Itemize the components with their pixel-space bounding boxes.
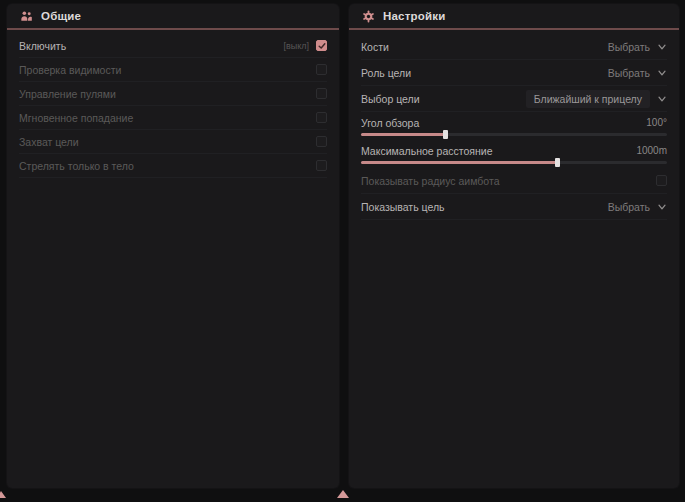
gear-icon — [362, 10, 375, 23]
panel-settings: Настройки КостиВыбратьРоль целиВыбратьВы… — [349, 4, 679, 488]
row-label: Выбор цели — [361, 93, 420, 105]
row-fov: Угол обзора100° — [361, 112, 667, 140]
fov-slider[interactable] — [361, 133, 667, 136]
scroll-up-icon[interactable] — [337, 490, 349, 498]
fov-value: 100° — [646, 117, 667, 128]
enable-checkbox[interactable] — [316, 40, 327, 51]
row-show-aimbot-radius: Показывать радиус аимбота — [361, 168, 667, 194]
show-aimbot-radius-controls — [656, 175, 667, 186]
row-label: Показывать цель — [361, 201, 445, 213]
fov-slider-thumb[interactable] — [443, 130, 448, 139]
target-role-select-value[interactable]: Выбрать — [608, 67, 650, 79]
row-show-target: Показывать цельВыбрать — [361, 194, 667, 220]
row-label: Максимальное расстояние — [361, 145, 492, 157]
row-label: Угол обзора — [361, 117, 419, 129]
target-lock-controls — [316, 136, 327, 147]
row-label: Стрелять только в тело — [19, 160, 134, 172]
target-selection-controls: Ближайший к прицелу — [526, 90, 667, 108]
row-shoot-body-only: Стрелять только в тело — [19, 154, 327, 178]
bullet-control-controls — [316, 88, 327, 99]
max-distance-slider-fill — [361, 161, 557, 164]
row-label: Проверка видимости — [19, 64, 121, 76]
target-lock-checkbox[interactable] — [316, 136, 327, 147]
target-role-controls: Выбрать — [608, 67, 667, 79]
bullet-control-checkbox[interactable] — [316, 88, 327, 99]
bones-select-value[interactable]: Выбрать — [608, 41, 650, 53]
target-selection-select-value[interactable]: Ближайший к прицелу — [526, 90, 650, 108]
people-icon — [20, 10, 33, 23]
row-label: Управление пулями — [19, 88, 116, 100]
chevron-down-icon[interactable] — [657, 202, 667, 212]
show-target-controls: Выбрать — [608, 201, 667, 213]
max-distance-header: Максимальное расстояние1000m — [361, 145, 667, 157]
shoot-body-only-checkbox[interactable] — [316, 160, 327, 171]
fov-slider-fill — [361, 133, 445, 136]
row-bullet-control: Управление пулями — [19, 82, 327, 106]
row-label: Роль цели — [361, 67, 411, 79]
row-target-role: Роль целиВыбрать — [361, 60, 667, 86]
row-target-selection: Выбор целиБлижайший к прицелу — [361, 86, 667, 112]
max-distance-value: 1000m — [636, 145, 667, 156]
row-label: Кости — [361, 41, 389, 53]
general-rows: Включить[выкл]Проверка видимостиУправлен… — [7, 30, 339, 178]
panel-general-header[interactable]: Общие — [7, 4, 339, 28]
row-enable: Включить[выкл] — [19, 34, 327, 58]
settings-rows: КостиВыбратьРоль целиВыбратьВыбор целиБл… — [349, 30, 679, 220]
row-label: Включить — [19, 40, 66, 52]
row-instant-hit: Мгновенное попадание — [19, 106, 327, 130]
panel-general: Общие Включить[выкл]Проверка видимостиУп… — [7, 4, 339, 488]
row-label: Мгновенное попадание — [19, 112, 133, 124]
enable-keybind[interactable]: [выкл] — [283, 41, 309, 51]
row-bones: КостиВыбрать — [361, 34, 667, 60]
chevron-down-icon[interactable] — [657, 42, 667, 52]
bones-controls: Выбрать — [608, 41, 667, 53]
max-distance-slider-thumb[interactable] — [555, 158, 560, 167]
instant-hit-checkbox[interactable] — [316, 112, 327, 123]
visibility-check-checkbox[interactable] — [316, 64, 327, 75]
enable-controls: [выкл] — [283, 40, 327, 51]
panel-general-title: Общие — [41, 10, 81, 22]
chevron-down-icon[interactable] — [657, 68, 667, 78]
instant-hit-controls — [316, 112, 327, 123]
show-aimbot-radius-checkbox[interactable] — [656, 175, 667, 186]
row-max-distance: Максимальное расстояние1000m — [361, 140, 667, 168]
row-label: Захват цели — [19, 136, 79, 148]
corner-triangle-icon — [0, 491, 6, 498]
row-visibility-check: Проверка видимости — [19, 58, 327, 82]
max-distance-slider[interactable] — [361, 161, 667, 164]
panel-settings-title: Настройки — [383, 10, 445, 22]
chevron-down-icon[interactable] — [657, 94, 667, 104]
shoot-body-only-controls — [316, 160, 327, 171]
row-target-lock: Захват цели — [19, 130, 327, 154]
show-target-select-value[interactable]: Выбрать — [608, 201, 650, 213]
row-label: Показывать радиус аимбота — [361, 175, 500, 187]
visibility-check-controls — [316, 64, 327, 75]
fov-header: Угол обзора100° — [361, 117, 667, 129]
panel-settings-header[interactable]: Настройки — [349, 4, 679, 28]
